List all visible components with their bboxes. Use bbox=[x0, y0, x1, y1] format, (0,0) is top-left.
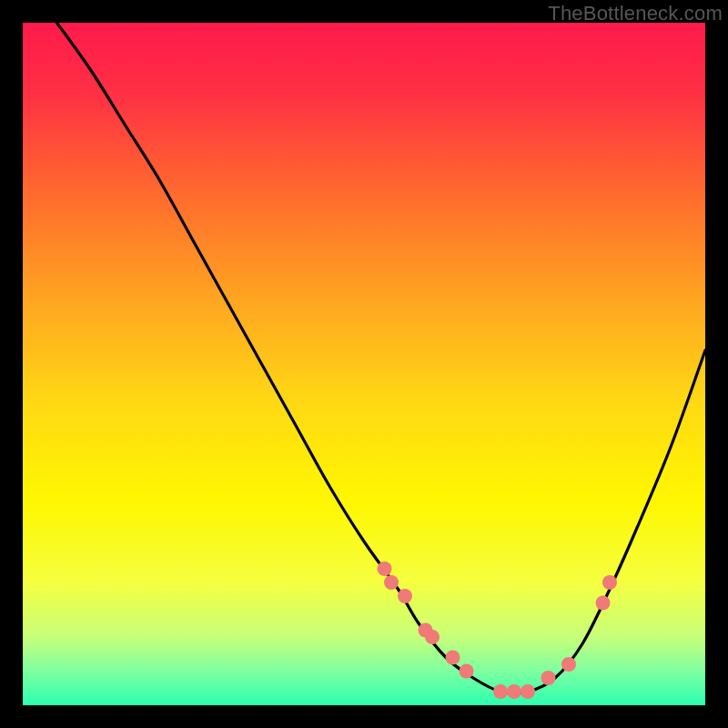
marker-point bbox=[561, 657, 576, 672]
marker-point bbox=[541, 671, 556, 685]
marker-point bbox=[446, 651, 460, 665]
marker-point bbox=[521, 684, 535, 699]
chart-frame bbox=[23, 23, 705, 705]
marker-point bbox=[507, 684, 521, 699]
marker-point bbox=[493, 684, 508, 699]
watermark-text: TheBottleneck.com bbox=[548, 2, 723, 25]
marker-point bbox=[425, 630, 440, 644]
marker-point bbox=[596, 596, 611, 611]
marker-point bbox=[398, 589, 412, 603]
marker-point bbox=[460, 664, 474, 679]
chart-svg bbox=[23, 23, 705, 705]
marker-point bbox=[378, 561, 392, 576]
marker-point bbox=[602, 575, 617, 590]
marker-point bbox=[384, 575, 399, 590]
